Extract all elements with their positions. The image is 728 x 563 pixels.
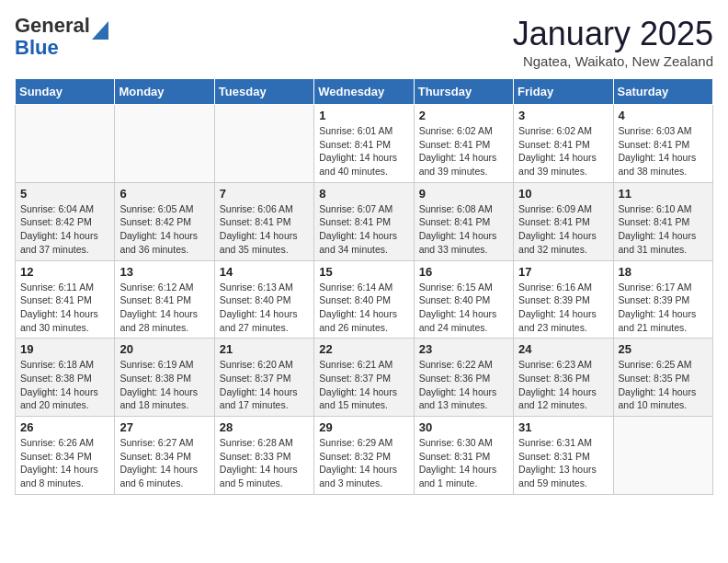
- calendar-cell: 1Sunrise: 6:01 AMSunset: 8:41 PMDaylight…: [314, 105, 414, 183]
- title-area: January 2025 Ngatea, Waikato, New Zealan…: [513, 15, 713, 69]
- day-info: Sunrise: 6:04 AMSunset: 8:42 PMDaylight:…: [20, 202, 109, 257]
- day-info: Sunrise: 6:20 AMSunset: 8:37 PMDaylight:…: [220, 358, 309, 412]
- month-title: January 2025: [513, 15, 713, 53]
- weekday-header-wednesday: Wednesday: [314, 79, 414, 105]
- day-info: Sunrise: 6:31 AMSunset: 8:31 PMDaylight:…: [518, 436, 608, 490]
- day-number: 23: [419, 342, 508, 356]
- calendar-cell: 6Sunrise: 6:05 AMSunset: 8:42 PMDaylight…: [115, 182, 214, 260]
- calendar-cell: 4Sunrise: 6:03 AMSunset: 8:41 PMDaylight…: [613, 105, 712, 183]
- logo-triangle-icon: [92, 21, 108, 40]
- logo: General Blue: [15, 15, 108, 59]
- day-number: 12: [20, 265, 109, 279]
- day-number: 30: [419, 420, 508, 434]
- day-info: Sunrise: 6:28 AMSunset: 8:33 PMDaylight:…: [220, 436, 309, 490]
- day-info: Sunrise: 6:25 AMSunset: 8:35 PMDaylight:…: [619, 358, 708, 412]
- day-info: Sunrise: 6:11 AMSunset: 8:41 PMDaylight:…: [20, 281, 109, 335]
- calendar-cell: 15Sunrise: 6:14 AMSunset: 8:40 PMDayligh…: [314, 260, 414, 339]
- calendar-cell: 11Sunrise: 6:10 AMSunset: 8:41 PMDayligh…: [613, 182, 712, 260]
- weekday-header-thursday: Thursday: [414, 79, 513, 105]
- day-info: Sunrise: 6:02 AMSunset: 8:41 PMDaylight:…: [419, 124, 508, 178]
- day-info: Sunrise: 6:23 AMSunset: 8:36 PMDaylight:…: [518, 358, 608, 412]
- calendar-cell: 30Sunrise: 6:30 AMSunset: 8:31 PMDayligh…: [414, 417, 513, 495]
- day-info: Sunrise: 6:15 AMSunset: 8:40 PMDaylight:…: [419, 281, 508, 335]
- day-number: 3: [518, 109, 608, 122]
- day-number: 17: [518, 265, 608, 279]
- day-number: 13: [119, 265, 209, 279]
- calendar-cell: 24Sunrise: 6:23 AMSunset: 8:36 PMDayligh…: [514, 339, 613, 417]
- day-info: Sunrise: 6:12 AMSunset: 8:41 PMDaylight:…: [119, 281, 209, 335]
- calendar-cell: 19Sunrise: 6:18 AMSunset: 8:38 PMDayligh…: [16, 339, 115, 417]
- calendar-cell: [613, 417, 712, 495]
- calendar-week-row: 5Sunrise: 6:04 AMSunset: 8:42 PMDaylight…: [16, 182, 713, 260]
- day-number: 26: [20, 420, 109, 434]
- day-number: 19: [20, 342, 109, 356]
- calendar-cell: 12Sunrise: 6:11 AMSunset: 8:41 PMDayligh…: [16, 260, 115, 339]
- day-info: Sunrise: 6:06 AMSunset: 8:41 PMDaylight:…: [220, 202, 309, 257]
- day-info: Sunrise: 6:03 AMSunset: 8:41 PMDaylight:…: [619, 124, 708, 178]
- calendar-week-row: 12Sunrise: 6:11 AMSunset: 8:41 PMDayligh…: [16, 260, 713, 339]
- weekday-header-saturday: Saturday: [613, 79, 712, 105]
- day-info: Sunrise: 6:14 AMSunset: 8:40 PMDaylight:…: [319, 281, 408, 335]
- calendar-cell: 13Sunrise: 6:12 AMSunset: 8:41 PMDayligh…: [115, 260, 214, 339]
- day-info: Sunrise: 6:30 AMSunset: 8:31 PMDaylight:…: [419, 436, 508, 490]
- calendar-cell: 23Sunrise: 6:22 AMSunset: 8:36 PMDayligh…: [414, 339, 513, 417]
- day-info: Sunrise: 6:21 AMSunset: 8:37 PMDaylight:…: [319, 358, 408, 412]
- day-info: Sunrise: 6:09 AMSunset: 8:41 PMDaylight:…: [518, 202, 608, 257]
- calendar-week-row: 26Sunrise: 6:26 AMSunset: 8:34 PMDayligh…: [16, 417, 713, 495]
- day-number: 16: [419, 265, 508, 279]
- day-number: 28: [220, 420, 309, 434]
- day-number: 14: [220, 265, 309, 279]
- day-info: Sunrise: 6:19 AMSunset: 8:38 PMDaylight:…: [119, 358, 209, 412]
- day-info: Sunrise: 6:13 AMSunset: 8:40 PMDaylight:…: [220, 281, 309, 335]
- calendar-cell: 21Sunrise: 6:20 AMSunset: 8:37 PMDayligh…: [214, 339, 313, 417]
- logo-blue: Blue: [15, 36, 59, 59]
- day-number: 20: [119, 342, 209, 356]
- calendar-table: SundayMondayTuesdayWednesdayThursdayFrid…: [15, 78, 713, 495]
- calendar-cell: 5Sunrise: 6:04 AMSunset: 8:42 PMDaylight…: [16, 182, 115, 260]
- day-number: 9: [419, 187, 508, 201]
- day-info: Sunrise: 6:27 AMSunset: 8:34 PMDaylight:…: [119, 436, 209, 490]
- day-number: 18: [619, 265, 708, 279]
- day-number: 8: [319, 187, 408, 201]
- day-info: Sunrise: 6:29 AMSunset: 8:32 PMDaylight:…: [319, 436, 408, 490]
- weekday-header-friday: Friday: [514, 79, 613, 105]
- calendar-cell: 8Sunrise: 6:07 AMSunset: 8:41 PMDaylight…: [314, 182, 414, 260]
- day-number: 22: [319, 342, 408, 356]
- day-number: 5: [20, 187, 109, 201]
- weekday-header-sunday: Sunday: [16, 79, 115, 105]
- day-info: Sunrise: 6:16 AMSunset: 8:39 PMDaylight:…: [518, 281, 608, 335]
- day-info: Sunrise: 6:10 AMSunset: 8:41 PMDaylight:…: [619, 202, 708, 257]
- day-info: Sunrise: 6:17 AMSunset: 8:39 PMDaylight:…: [619, 281, 708, 335]
- calendar-cell: 28Sunrise: 6:28 AMSunset: 8:33 PMDayligh…: [214, 417, 313, 495]
- day-info: Sunrise: 6:05 AMSunset: 8:42 PMDaylight:…: [119, 202, 209, 257]
- calendar-cell: 17Sunrise: 6:16 AMSunset: 8:39 PMDayligh…: [514, 260, 613, 339]
- day-info: Sunrise: 6:01 AMSunset: 8:41 PMDaylight:…: [319, 124, 408, 178]
- calendar-cell: 26Sunrise: 6:26 AMSunset: 8:34 PMDayligh…: [16, 417, 115, 495]
- day-number: 24: [518, 342, 608, 356]
- day-number: 27: [119, 420, 209, 434]
- day-number: 7: [220, 187, 309, 201]
- calendar-cell: 16Sunrise: 6:15 AMSunset: 8:40 PMDayligh…: [414, 260, 513, 339]
- day-number: 21: [220, 342, 309, 356]
- day-number: 6: [119, 187, 209, 201]
- weekday-header-tuesday: Tuesday: [214, 79, 313, 105]
- calendar-week-row: 19Sunrise: 6:18 AMSunset: 8:38 PMDayligh…: [16, 339, 713, 417]
- day-number: 2: [419, 109, 508, 122]
- weekday-header-monday: Monday: [115, 79, 214, 105]
- calendar-cell: 20Sunrise: 6:19 AMSunset: 8:38 PMDayligh…: [115, 339, 214, 417]
- logo-general: General: [15, 14, 90, 37]
- calendar-cell: 7Sunrise: 6:06 AMSunset: 8:41 PMDaylight…: [214, 182, 313, 260]
- calendar-cell: 22Sunrise: 6:21 AMSunset: 8:37 PMDayligh…: [314, 339, 414, 417]
- day-number: 31: [518, 420, 608, 434]
- day-number: 4: [619, 109, 708, 122]
- calendar-cell: [16, 105, 115, 183]
- calendar-cell: 10Sunrise: 6:09 AMSunset: 8:41 PMDayligh…: [514, 182, 613, 260]
- calendar-header-row: SundayMondayTuesdayWednesdayThursdayFrid…: [16, 79, 713, 105]
- day-info: Sunrise: 6:08 AMSunset: 8:41 PMDaylight:…: [419, 202, 508, 257]
- calendar-cell: 29Sunrise: 6:29 AMSunset: 8:32 PMDayligh…: [314, 417, 414, 495]
- calendar-cell: 2Sunrise: 6:02 AMSunset: 8:41 PMDaylight…: [414, 105, 513, 183]
- svg-marker-0: [92, 21, 108, 40]
- calendar-cell: [115, 105, 214, 183]
- day-number: 1: [319, 109, 408, 122]
- day-number: 25: [619, 342, 708, 356]
